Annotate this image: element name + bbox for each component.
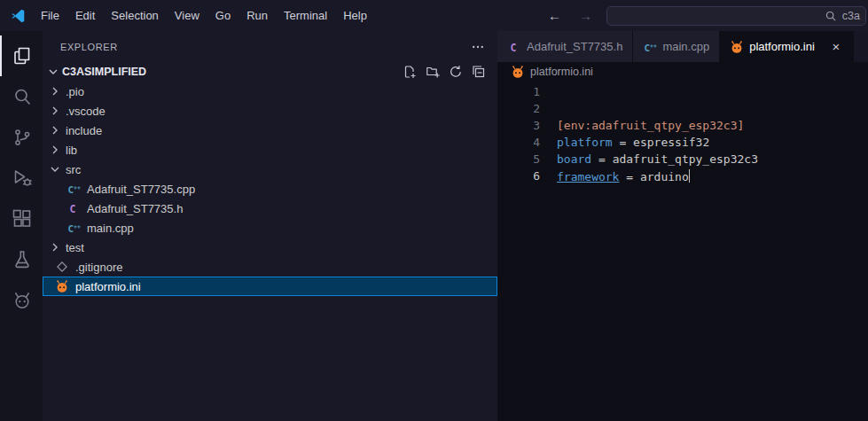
refresh-icon[interactable] bbox=[449, 65, 463, 79]
menu-help[interactable]: Help bbox=[335, 0, 375, 31]
line-number[interactable]: 2 bbox=[497, 100, 540, 117]
tree-item-include[interactable]: include bbox=[43, 121, 497, 140]
chevron-down-icon bbox=[48, 162, 62, 176]
code-line-content[interactable] bbox=[540, 83, 557, 100]
tree-item-adafruit-st7735-h[interactable]: CAdafruit_ST7735.h bbox=[43, 199, 497, 218]
source-control-icon bbox=[12, 127, 33, 148]
svg-text:++: ++ bbox=[74, 223, 81, 230]
line-number[interactable]: 1 bbox=[497, 83, 540, 100]
activity-item-platformio[interactable] bbox=[0, 280, 43, 321]
testing-icon bbox=[12, 249, 33, 270]
forward-arrow-icon[interactable]: → bbox=[579, 8, 592, 23]
search-value: c3a bbox=[842, 10, 860, 22]
tab-platformio-ini[interactable]: platformio.ini× bbox=[720, 31, 854, 62]
activity-item-explorer[interactable] bbox=[0, 35, 43, 76]
tree-item-gitignore[interactable]: .gitignore bbox=[43, 257, 497, 277]
line-number[interactable]: 5 bbox=[497, 151, 540, 168]
code-line: 6framework = arduino bbox=[497, 168, 868, 184]
menu-go[interactable]: Go bbox=[207, 0, 239, 31]
cpp-file-icon: C++ bbox=[643, 40, 657, 54]
extensions-icon bbox=[12, 208, 33, 230]
chevron-right-icon bbox=[48, 240, 62, 254]
tree-item-label: main.cpp bbox=[87, 222, 134, 235]
line-number[interactable]: 3 bbox=[497, 117, 540, 134]
menu-file[interactable]: File bbox=[33, 0, 67, 31]
command-center-search[interactable]: c3a bbox=[606, 6, 866, 26]
collapse-all-icon[interactable] bbox=[472, 65, 486, 79]
text-cursor bbox=[689, 169, 691, 183]
platformio-file-icon bbox=[55, 279, 69, 293]
explorer-actions bbox=[403, 65, 486, 79]
tab-label: main.cpp bbox=[662, 40, 709, 53]
tree-item-pio[interactable]: .pio bbox=[43, 82, 497, 101]
svg-text:++: ++ bbox=[650, 42, 657, 49]
breadcrumb-file-label: platformio.ini bbox=[530, 66, 593, 78]
back-arrow-icon[interactable]: ← bbox=[548, 8, 561, 23]
activity-item-testing[interactable] bbox=[0, 239, 43, 280]
menu-edit[interactable]: Edit bbox=[67, 0, 103, 31]
editor[interactable]: 123[env:adafruit_qtpy_esp32c3]4platform … bbox=[497, 82, 868, 421]
tab-main-cpp[interactable]: C++main.cpp bbox=[633, 31, 720, 62]
workbench: EXPLORER C3ASIMPLIFIED .pio.vscodeinclud… bbox=[0, 31, 868, 421]
tree-item-label: .pio bbox=[66, 85, 84, 98]
run-debug-icon bbox=[12, 168, 33, 189]
menu-run[interactable]: Run bbox=[239, 0, 276, 31]
code-line: 4platform = espressif32 bbox=[497, 134, 868, 151]
token-key: board bbox=[557, 152, 591, 166]
editor-group: CAdafruit_ST7735.hC++main.cppplatformio.… bbox=[497, 31, 868, 421]
c-header-file-icon: C bbox=[66, 201, 81, 215]
chevron-down-icon bbox=[46, 65, 60, 79]
code-line: 5board = adafruit_qtpy_esp32c3 bbox=[497, 151, 868, 168]
token-section: [env:adafruit_qtpy_esp32c3] bbox=[557, 119, 744, 132]
explorer-sidebar: EXPLORER C3ASIMPLIFIED .pio.vscodeinclud… bbox=[43, 31, 497, 421]
menu-terminal[interactable]: Terminal bbox=[276, 0, 335, 31]
tree-item-lib[interactable]: lib bbox=[43, 140, 497, 160]
tree-item-platformio-ini[interactable]: platformio.ini bbox=[43, 277, 497, 296]
tree-item-label: platformio.ini bbox=[75, 280, 141, 293]
more-actions-icon[interactable] bbox=[471, 40, 485, 54]
tree-item-label: lib bbox=[66, 144, 77, 157]
new-folder-icon[interactable] bbox=[426, 65, 440, 79]
svg-text:C: C bbox=[511, 41, 517, 53]
explorer-icon bbox=[12, 45, 33, 66]
new-file-icon[interactable] bbox=[403, 65, 417, 79]
line-number[interactable]: 6 bbox=[497, 168, 540, 184]
code-line-content[interactable] bbox=[540, 100, 557, 117]
menu-selection[interactable]: Selection bbox=[103, 0, 166, 31]
search-icon bbox=[825, 10, 837, 22]
activity-bar bbox=[0, 31, 43, 421]
tab-label: platformio.ini bbox=[749, 40, 815, 53]
activity-item-source-control[interactable] bbox=[0, 117, 43, 158]
menu-view[interactable]: View bbox=[167, 0, 207, 31]
cpp-file-icon: C++ bbox=[66, 182, 81, 196]
activity-item-search[interactable] bbox=[0, 76, 43, 117]
code-line-content[interactable]: [env:adafruit_qtpy_esp32c3] bbox=[540, 117, 744, 134]
code-line-content[interactable]: board = adafruit_qtpy_esp32c3 bbox=[540, 151, 758, 168]
token-value: adafruit_qtpy_esp32c3 bbox=[613, 152, 758, 166]
c-header-file-icon: C bbox=[507, 40, 521, 54]
code-line-content[interactable]: platform = espressif32 bbox=[540, 134, 709, 151]
tree-item-label: .vscode bbox=[66, 105, 106, 118]
tree-item-main-cpp[interactable]: C++main.cpp bbox=[43, 218, 497, 238]
sidebar-header: EXPLORER bbox=[43, 31, 497, 62]
tree-item-src[interactable]: src bbox=[43, 160, 497, 179]
platformio-icon bbox=[12, 290, 33, 311]
line-number[interactable]: 4 bbox=[497, 134, 540, 151]
sidebar-title: EXPLORER bbox=[60, 42, 118, 52]
activity-item-run-debug[interactable] bbox=[0, 158, 43, 199]
tree-item-test[interactable]: test bbox=[43, 238, 497, 257]
project-root-row[interactable]: C3ASIMPLIFIED bbox=[43, 62, 497, 82]
token-key: framework bbox=[557, 170, 619, 183]
tab-adafruit-st7735-h[interactable]: CAdafruit_ST7735.h bbox=[497, 31, 633, 62]
tree-item-vscode[interactable]: .vscode bbox=[43, 101, 497, 121]
tab-close-icon[interactable]: × bbox=[829, 40, 843, 54]
chevron-right-icon bbox=[48, 123, 62, 137]
tab-label: Adafruit_ST7735.h bbox=[527, 40, 622, 53]
chevron-right-icon bbox=[48, 143, 62, 157]
token-op: = bbox=[613, 136, 633, 149]
code-line-content[interactable]: framework = arduino bbox=[540, 168, 690, 184]
activity-item-extensions[interactable] bbox=[0, 199, 43, 239]
tree-item-label: Adafruit_ST7735.h bbox=[87, 202, 183, 215]
breadcrumb[interactable]: platformio.ini bbox=[497, 62, 868, 82]
tree-item-adafruit-st7735-cpp[interactable]: C++Adafruit_ST7735.cpp bbox=[43, 179, 497, 199]
